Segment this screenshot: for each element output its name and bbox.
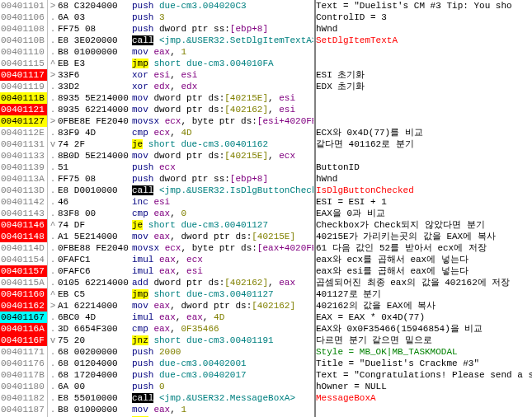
address[interactable]: 0040111B — [0, 92, 48, 104]
hex-bytes[interactable]: 3D 6654F300 — [58, 323, 132, 335]
address[interactable]: 0040115A — [0, 277, 48, 288]
address[interactable]: 00401133 — [0, 150, 48, 162]
hex-bytes[interactable]: 83F8 00 — [58, 208, 132, 219]
comment-line[interactable]: ControlID = 3 — [316, 12, 532, 23]
asm-instruction[interactable]: imul eax, ecx — [132, 254, 313, 265]
hex-bytes[interactable]: 46 — [58, 196, 132, 208]
asm-instruction[interactable]: movsx ecx, byte ptr ds:[eax+4020FE] — [132, 242, 313, 254]
disasm-line[interactable]: 0040114D.0FBE88 FE2040movsx ecx, byte pt… — [0, 242, 313, 254]
asm-instruction[interactable]: push due-cm3.00402001 — [132, 358, 313, 369]
disasm-line[interactable]: 00401131v74 2Fje short due-cm3.00401162 — [0, 138, 313, 150]
asm-instruction[interactable]: cmp eax, 0 — [132, 208, 313, 219]
asm-instruction[interactable]: mov eax, dword ptr ds:[402162] — [132, 300, 313, 312]
comment-line[interactable]: IsDlgButtonChecked — [316, 185, 532, 196]
disasm-line[interactable]: 00401119.33D2xor edx, edx — [0, 81, 313, 92]
hex-bytes[interactable]: B8 01000000 — [58, 46, 132, 58]
hex-bytes[interactable]: EB E3 — [58, 58, 132, 69]
comment-line[interactable]: 61 다음 값인 52를 받아서 ecx에 저장 — [316, 242, 532, 254]
disasm-line[interactable]: 00401142.46inc esi — [0, 196, 313, 208]
asm-instruction[interactable]: push due-cm3.004020C3 — [132, 0, 313, 12]
asm-instruction[interactable]: call <jmp.&USER32.IsDlgButtonChecked> — [132, 185, 313, 196]
hex-bytes[interactable]: FF75 08 — [58, 173, 132, 185]
disasm-line[interactable]: 0040113D.E8 D0010000call <jmp.&USER32.Is… — [0, 185, 313, 196]
comment-line[interactable]: EAX와 0x0F35466(15946854)을 비교 — [316, 323, 532, 335]
asm-instruction[interactable]: xor esi, esi — [132, 69, 313, 81]
disasm-line[interactable]: 00401160^EB C5jmp short due-cm3.00401127 — [0, 288, 313, 300]
hex-bytes[interactable]: 0105 62214000 — [58, 277, 132, 288]
comment-line[interactable] — [316, 404, 532, 415]
hex-bytes[interactable]: 8935 5E214000 — [58, 92, 132, 104]
comment-line[interactable]: 곱셈되어진 최종 eax의 값을 402162에 저장 — [316, 277, 532, 288]
comment-line[interactable]: Text = "Congratulations! Please send a s — [316, 369, 532, 381]
address[interactable]: 00401162 — [0, 300, 48, 312]
disasm-line[interactable]: 00401117>33F6xor esi, esi — [0, 69, 313, 81]
address[interactable]: 0040117B — [0, 369, 48, 381]
address[interactable]: 0040116A — [0, 323, 48, 335]
disasm-line[interactable]: 00401146^74 DFje short due-cm3.00401127 — [0, 219, 313, 231]
hex-bytes[interactable]: EB C5 — [58, 288, 132, 300]
address[interactable]: 00401182 — [0, 392, 48, 404]
disasm-line[interactable]: 0040116Fv75 20jnz short due-cm3.00401191 — [0, 335, 313, 346]
comment-line[interactable]: EAX = EAX * 0x4D(77) — [316, 312, 532, 323]
address[interactable]: 00401115 — [0, 58, 48, 69]
hex-bytes[interactable]: B8 01000000 — [58, 404, 132, 415]
asm-instruction[interactable]: push 0 — [132, 381, 313, 392]
disasm-line[interactable]: 0040110B.E8 3E020000call <jmp.&USER32.Se… — [0, 35, 313, 46]
asm-instruction[interactable]: mov dword ptr ds:[40215E], ecx — [132, 150, 313, 162]
comment-line[interactable] — [316, 46, 532, 58]
disasm-line[interactable]: 0040116A.3D 6654F300cmp eax, 0F35466 — [0, 323, 313, 335]
address[interactable]: 00401146 — [0, 219, 48, 231]
disasm-line[interactable]: 00401106.6A 03push 3 — [0, 12, 313, 23]
comment-line[interactable] — [316, 115, 532, 127]
disasm-line[interactable]: 00401127>0FBE8E FE2040movsx ecx, byte pt… — [0, 115, 313, 127]
address[interactable]: 00401187 — [0, 404, 48, 415]
hex-bytes[interactable]: 75 20 — [58, 335, 132, 346]
address[interactable]: 00401171 — [0, 346, 48, 358]
disasm-line[interactable]: 00401110.B8 01000000mov eax, 1 — [0, 46, 313, 58]
comment-line[interactable]: EAX을 0과 비교 — [316, 208, 532, 219]
comment-line[interactable] — [316, 58, 532, 69]
address[interactable]: 0040112E — [0, 127, 48, 138]
disasm-line[interactable]: 00401133.8B0D 5E214000mov dword ptr ds:[… — [0, 150, 313, 162]
hex-bytes[interactable]: 0FAFC6 — [58, 265, 132, 277]
asm-instruction[interactable]: push ecx — [132, 162, 313, 173]
comment-line[interactable]: ECX와 0x4D(77)를 비교 — [316, 127, 532, 138]
asm-instruction[interactable]: je short due-cm3.00401162 — [132, 138, 313, 150]
comment-line[interactable]: 401127로 분기 — [316, 288, 532, 300]
disasm-line[interactable]: 00401162>A1 62214000mov eax, dword ptr d… — [0, 300, 313, 312]
comment-line[interactable] — [316, 150, 532, 162]
address[interactable]: 00401108 — [0, 23, 48, 35]
asm-instruction[interactable]: jmp short due-cm3.00401127 — [132, 288, 313, 300]
comment-line[interactable]: hOwner = NULL — [316, 381, 532, 392]
hex-bytes[interactable]: 6A 03 — [58, 12, 132, 23]
hex-bytes[interactable]: 74 DF — [58, 219, 132, 231]
disasm-line[interactable]: 0040111B.8935 5E214000mov dword ptr ds:[… — [0, 92, 313, 104]
asm-instruction[interactable]: imul eax, esi — [132, 265, 313, 277]
comment-line[interactable]: ButtonID — [316, 162, 532, 173]
disasm-line[interactable]: 0040117B.68 17204000push due-cm3.0040201… — [0, 369, 313, 381]
hex-bytes[interactable]: 8935 62214000 — [58, 104, 132, 115]
comment-line[interactable]: MessageBoxA — [316, 392, 532, 404]
disasm-line[interactable]: 00401157.0FAFC6imul eax, esi — [0, 265, 313, 277]
address[interactable]: 00401160 — [0, 288, 48, 300]
hex-bytes[interactable]: 0FAFC1 — [58, 254, 132, 265]
asm-instruction[interactable]: push 3 — [132, 12, 313, 23]
disasm-line[interactable]: 00401167.6BC0 4Dimul eax, eax, 4D — [0, 312, 313, 323]
asm-instruction[interactable]: mov eax, dword ptr ds:[40215E] — [132, 231, 313, 242]
asm-instruction[interactable]: call <jmp.&USER32.MessageBoxA> — [132, 392, 313, 404]
disasm-line[interactable]: 00401187.B8 01000000mov eax, 1 — [0, 404, 313, 415]
address[interactable]: 00401131 — [0, 138, 48, 150]
asm-instruction[interactable]: push dword ptr ss:[ebp+8] — [132, 173, 313, 185]
disasm-line[interactable]: 00401108.FF75 08push dword ptr ss:[ebp+8… — [0, 23, 313, 35]
comment-line[interactable]: hWnd — [316, 173, 532, 185]
disasm-line[interactable]: 00401148.A1 5E214000mov eax, dword ptr d… — [0, 231, 313, 242]
disasm-line[interactable]: 00401121.8935 62214000mov dword ptr ds:[… — [0, 104, 313, 115]
address[interactable]: 0040114D — [0, 242, 48, 254]
comment-line[interactable]: SetDlgItemTextA — [316, 35, 532, 46]
comment-line[interactable]: 다르면 분기 같으면 밑으로 — [316, 335, 532, 346]
comment-line[interactable]: 40215E가 가리키는곳의 값을 EAX에 복사 — [316, 231, 532, 242]
address[interactable]: 00401148 — [0, 231, 48, 242]
disasm-line[interactable]: 00401171.68 00200000push 2000 — [0, 346, 313, 358]
disasm-line[interactable]: 00401101>68 C3204000push due-cm3.004020C… — [0, 0, 313, 12]
address[interactable]: 00401143 — [0, 208, 48, 219]
